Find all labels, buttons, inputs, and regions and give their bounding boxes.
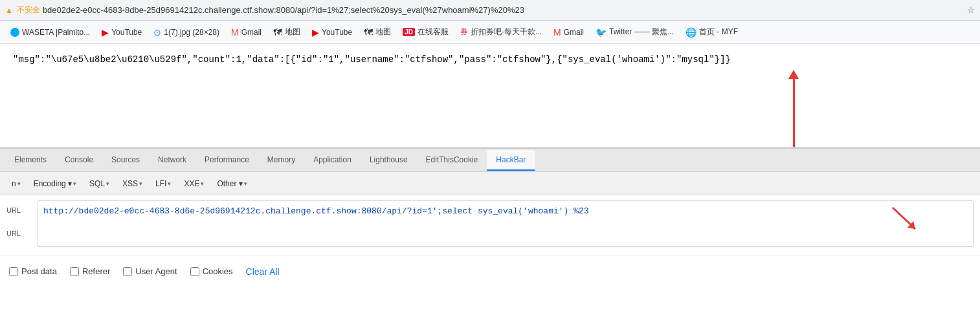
other-arrow-icon: ▾	[244, 180, 247, 187]
bookmark-gmail2[interactable]: M Gmail	[548, 25, 589, 40]
myfav-icon: 🌐	[685, 27, 696, 38]
gmail-icon-2: M	[553, 27, 561, 38]
tab-elements[interactable]: Elements	[5, 150, 56, 171]
star-icon[interactable]: ☆	[967, 5, 975, 15]
sql-dropdown-btn[interactable]: SQL ▾	[84, 177, 115, 190]
bookmarks-bar: WASETA |Palmito... ▶ YouTube ⊙ 1(7).jpg …	[0, 21, 980, 44]
bookmark-gmail2-label: Gmail	[564, 28, 584, 37]
tab-performance[interactable]: Performance	[195, 150, 258, 171]
hackbar-url-input[interactable]: http://bde02de2-e0cc-4683-8d6e-25d969142…	[38, 200, 974, 247]
hackbar-input-area: http://bde02de2-e0cc-4683-8d6e-25d969142…	[38, 200, 974, 250]
lfi-dropdown-btn[interactable]: LFI ▾	[150, 177, 176, 190]
youtube-icon-1: ▶	[102, 27, 109, 38]
lfi-label: LFI	[155, 179, 166, 188]
xxe-arrow-icon: ▾	[201, 180, 204, 187]
encoding-label: Encoding ▾	[34, 179, 72, 188]
user-agent-label: User Agent	[135, 266, 177, 276]
xss-label: XSS	[122, 179, 138, 188]
xss-arrow-icon: ▾	[139, 180, 142, 187]
bookmark-twitter[interactable]: 🐦 Twitter —— 聚焦...	[590, 24, 679, 40]
bookmark-youtube2[interactable]: ▶ YouTube	[307, 25, 357, 40]
bookmark-jd-label: 在线客服	[418, 27, 449, 38]
referer-check[interactable]: Referer	[70, 266, 110, 276]
hackbar-main: URL URL http://bde02de2-e0cc-4683-8d6e-2…	[0, 195, 980, 255]
bookmark-maps2-label: 地图	[375, 27, 391, 38]
xxe-label: XXE	[184, 179, 199, 188]
bookmark-gmail1[interactable]: M Gmail	[226, 25, 267, 40]
encoding-dropdown-btn[interactable]: Encoding ▾ ▾	[28, 177, 82, 190]
bookmark-myfav[interactable]: 🌐 首页 - MYF	[680, 24, 743, 40]
jd-icon: JD	[403, 28, 415, 36]
bookmark-youtube1-label: YouTube	[111, 28, 142, 37]
arrow-head-up	[788, 70, 799, 79]
n-arrow-icon: ▾	[17, 180, 21, 187]
bookmark-image1[interactable]: ⊙ 1(7).jpg (28×28)	[148, 25, 225, 40]
json-response: "msg":"\u67e5\u8be2\u6210\u529f","count"…	[13, 54, 967, 65]
bookmark-maps1-label: 地图	[285, 27, 300, 38]
tab-memory[interactable]: Memory	[258, 150, 304, 171]
youtube-icon-2: ▶	[312, 27, 319, 38]
bookmark-maps2[interactable]: 🗺 地图	[359, 24, 396, 40]
n-label: n	[12, 179, 16, 188]
bookmark-waseta[interactable]: WASETA |Palmito...	[5, 25, 95, 39]
bookmark-waseta-label: WASETA |Palmito...	[22, 28, 90, 37]
page-content: "msg":"\u67e5\u8be2\u6210\u529f","count"…	[0, 44, 980, 147]
gmail-icon-1: M	[231, 27, 239, 38]
tab-application[interactable]: Application	[304, 150, 361, 171]
bookmark-jd[interactable]: JD 在线客服	[397, 24, 454, 40]
bookmark-gmail1-label: Gmail	[241, 28, 262, 37]
arrow-down-right-svg	[889, 204, 922, 237]
hackbar-bottom: Post data Referer User Agent Cookies Cle…	[0, 255, 980, 287]
clear-all-button[interactable]: Clear All	[246, 266, 280, 277]
referer-checkbox[interactable]	[70, 267, 79, 276]
sql-arrow-icon: ▾	[106, 180, 109, 187]
coupon-icon: 券	[460, 27, 468, 38]
arrow-line	[793, 79, 795, 147]
waseta-icon	[10, 28, 19, 37]
maps-icon-2: 🗺	[364, 27, 373, 38]
cookies-check[interactable]: Cookies	[190, 266, 233, 276]
cookies-checkbox[interactable]	[190, 267, 199, 276]
address-url[interactable]: bde02de2-e0cc-4683-8dbe-25d96914212c.cha…	[43, 5, 967, 15]
xxe-dropdown-btn[interactable]: XXE ▾	[179, 177, 209, 190]
bookmark-coupon[interactable]: 券 折扣券吧-每天千款...	[455, 24, 547, 40]
arrow-up-annotation	[788, 70, 799, 147]
bookmark-image1-label: 1(7).jpg (28×28)	[164, 28, 219, 37]
small-arrow-annotation	[889, 204, 922, 239]
cookies-label: Cookies	[203, 266, 233, 276]
twitter-icon: 🐦	[596, 27, 607, 38]
referer-label: Referer	[82, 266, 110, 276]
other-label: Other ▾	[217, 179, 242, 188]
tab-sources[interactable]: Sources	[102, 150, 149, 171]
tab-network[interactable]: Network	[149, 150, 195, 171]
lock-icon: ▲	[5, 6, 13, 15]
xss-dropdown-btn[interactable]: XSS ▾	[117, 177, 148, 190]
insecure-label: 不安全	[17, 5, 40, 16]
bookmark-youtube2-label: YouTube	[322, 28, 352, 37]
user-agent-check[interactable]: User Agent	[123, 266, 177, 276]
bookmark-youtube1[interactable]: ▶ YouTube	[96, 25, 147, 40]
post-data-label: Post data	[21, 266, 57, 276]
devtools-tab-bar: Elements Console Sources Network Perform…	[0, 149, 980, 172]
tab-console[interactable]: Console	[56, 150, 102, 171]
address-bar: ▲ 不安全 bde02de2-e0cc-4683-8dbe-25d9691421…	[0, 0, 980, 21]
n-dropdown-btn[interactable]: n ▾	[6, 177, 26, 190]
devtools-panel: Elements Console Sources Network Perform…	[0, 147, 980, 287]
url-label-2: URL	[6, 224, 32, 243]
encoding-arrow-icon: ▾	[73, 180, 76, 187]
tab-lighthouse[interactable]: Lighthouse	[361, 150, 417, 171]
lfi-arrow-icon: ▾	[168, 180, 171, 187]
google-icon-1: ⊙	[153, 27, 161, 38]
maps-icon-1: 🗺	[273, 27, 282, 38]
sql-label: SQL	[89, 179, 105, 188]
bookmark-myfav-label: 首页 - MYF	[699, 27, 738, 38]
post-data-checkbox[interactable]	[9, 267, 18, 276]
tab-hackbar[interactable]: HackBar	[487, 150, 535, 171]
tab-editthiscookie[interactable]: EditThisCookie	[417, 150, 487, 171]
bookmark-maps1[interactable]: 🗺 地图	[268, 24, 306, 40]
post-data-check[interactable]: Post data	[9, 266, 57, 276]
user-agent-checkbox[interactable]	[123, 267, 132, 276]
other-dropdown-btn[interactable]: Other ▾ ▾	[212, 177, 252, 190]
hackbar-labels: URL URL	[6, 200, 32, 250]
url-label-1: URL	[6, 200, 32, 220]
